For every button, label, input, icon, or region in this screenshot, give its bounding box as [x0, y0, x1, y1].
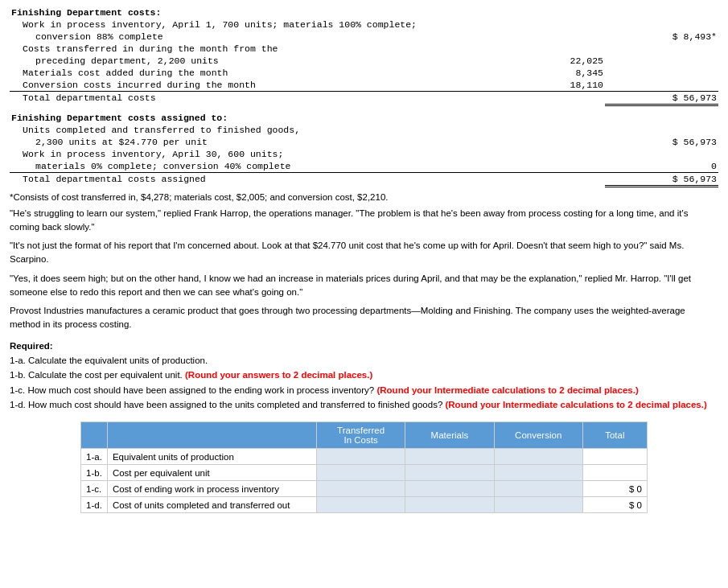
wip-april30-label: Work in process inventory, April 30, 600…: [10, 148, 435, 160]
total-dept-label: Total departmental costs: [10, 92, 435, 105]
units-completed-label: Units completed and transferred to finis…: [10, 124, 435, 136]
answer-input-0-col2[interactable]: [494, 449, 582, 465]
req-item-1b-highlight: (Round your answers to 2 decimal places.…: [185, 370, 372, 380]
answer-input-2-col0[interactable]: [316, 481, 405, 497]
answer-input-field-3-col2[interactable]: [500, 500, 578, 510]
answer-input-0-col0[interactable]: [316, 449, 405, 465]
units-rate-label: 2,300 units at $24.770 per unit: [10, 136, 435, 148]
answer-row-label-3: Cost of units completed and transferred …: [107, 497, 316, 513]
answer-row-label-2: Cost of ending work in process inventory: [107, 481, 316, 497]
answer-row-id-2: 1-c.: [81, 481, 108, 497]
answer-row-id-3: 1-d.: [81, 497, 108, 513]
footnote: *Consists of cost transferred in, $4,278…: [10, 192, 718, 202]
req-item-1c-id: 1-c.: [10, 385, 27, 395]
answer-input-2-col1[interactable]: [405, 481, 494, 497]
header-total: Total: [582, 422, 647, 449]
total-dept-amount: $ 56,973: [605, 92, 718, 105]
narrative-para-2: "It's not just the format of his report …: [10, 239, 718, 267]
answer-input-3-col2[interactable]: [494, 497, 582, 513]
answer-input-field-2-col1[interactable]: [410, 484, 488, 494]
answer-input-field-0-col0[interactable]: [322, 452, 400, 462]
answer-total-2: $ 0: [582, 481, 647, 497]
answer-input-field-1-col0[interactable]: [322, 468, 400, 478]
answer-input-0-col1[interactable]: [405, 449, 494, 465]
conversion-costs-amount: 18,110: [520, 79, 605, 92]
answer-input-field-1-col2[interactable]: [500, 468, 578, 478]
answer-input-field-3-col0[interactable]: [322, 500, 400, 510]
answer-input-3-col0[interactable]: [316, 497, 405, 513]
narrative-para-4: Provost Industries manufactures a cerami…: [10, 304, 718, 332]
total-value-3: 0: [636, 500, 641, 510]
section2-title: Finishing Department costs assigned to:: [10, 112, 718, 124]
header-materials: Materials: [405, 422, 494, 449]
answer-total-1: [582, 465, 647, 481]
answer-table-wrapper: Transferred In Costs Materials Conversio…: [10, 421, 718, 513]
header-transferred-in: Transferred In Costs: [316, 422, 405, 449]
section1-title: Finishing Department costs:: [10, 6, 718, 19]
req-item-1c-highlight: (Round your Intermediate calculations to…: [376, 385, 638, 395]
req-item-1d-text: How much cost should have been assigned …: [28, 400, 442, 409]
answer-input-field-0-col2[interactable]: [500, 452, 578, 462]
answer-row-id-0: 1-a.: [81, 449, 108, 465]
narrative-para-1: "He's struggling to learn our system," r…: [10, 207, 718, 235]
total-assigned-label: Total departmental costs assigned: [10, 172, 435, 186]
req-item-1d-highlight: (Round your Intermediate calculations to…: [445, 400, 706, 409]
req-item-1d-id: 1-d.: [10, 400, 28, 409]
answer-input-1-col2[interactable]: [494, 465, 582, 481]
header-col1: [107, 422, 316, 449]
narrative-section: "He's struggling to learn our system," r…: [10, 207, 718, 332]
preceding-dept-amount: 22,025: [520, 55, 605, 67]
preceding-dept-label: preceding department, 2,200 units: [10, 55, 435, 67]
costs-transferred-label: Costs transferred in during the month fr…: [10, 43, 435, 55]
answer-input-1-col1[interactable]: [405, 465, 494, 481]
total-assigned-amount: $ 56,973: [605, 172, 718, 186]
answer-input-field-1-col1[interactable]: [410, 468, 488, 478]
req-item-1a-id: 1-a.: [10, 356, 28, 365]
conversion-costs-label: Conversion costs incurred during the mon…: [10, 79, 435, 92]
req-item-1a-text: Calculate the equivalent units of produc…: [28, 356, 208, 365]
answer-input-field-2-col0[interactable]: [322, 484, 400, 494]
wip-complete-amount: 0: [605, 160, 718, 173]
answer-total-0: [582, 449, 647, 465]
answer-row-label-0: Equivalent units of production: [107, 449, 316, 465]
required-section: Required: 1-a. Calculate the equivalent …: [10, 339, 718, 413]
answer-input-field-2-col2[interactable]: [500, 484, 578, 494]
answer-table: Transferred In Costs Materials Conversio…: [80, 421, 648, 513]
wip-complete-label: materials 0% complete; conversion 40% co…: [10, 160, 435, 173]
financial-statement: Finishing Department costs: Work in proc…: [10, 6, 718, 187]
required-title: Required:: [10, 341, 53, 351]
total-value-2: 0: [636, 484, 641, 494]
answer-input-3-col1[interactable]: [405, 497, 494, 513]
answer-row-label-1: Cost per equivalent unit: [107, 465, 316, 481]
materials-label: Materials cost added during the month: [10, 67, 435, 79]
answer-row-id-1: 1-b.: [81, 465, 108, 481]
conversion-amount: $ 8,493*: [605, 31, 718, 43]
header-conversion: Conversion: [494, 422, 582, 449]
req-item-1b-text: Calculate the cost per equivalent unit.: [28, 370, 183, 380]
narrative-para-3: "Yes, it does seem high; but on the othe…: [10, 272, 718, 300]
answer-input-field-0-col1[interactable]: [410, 452, 488, 462]
answer-input-field-3-col1[interactable]: [410, 500, 488, 510]
answer-total-3: $ 0: [582, 497, 647, 513]
answer-input-2-col2[interactable]: [494, 481, 582, 497]
materials-amount: 8,345: [520, 67, 605, 79]
header-col0: [81, 422, 108, 449]
req-item-1c-text: How much cost should have been assigned …: [27, 385, 374, 395]
units-rate-amount: $ 56,973: [605, 136, 718, 148]
wip-label: Work in process inventory, April 1, 700 …: [10, 19, 435, 31]
conversion-label: conversion 88% complete: [10, 31, 435, 43]
req-item-1b-id: 1-b.: [10, 370, 28, 380]
answer-input-1-col0[interactable]: [316, 465, 405, 481]
